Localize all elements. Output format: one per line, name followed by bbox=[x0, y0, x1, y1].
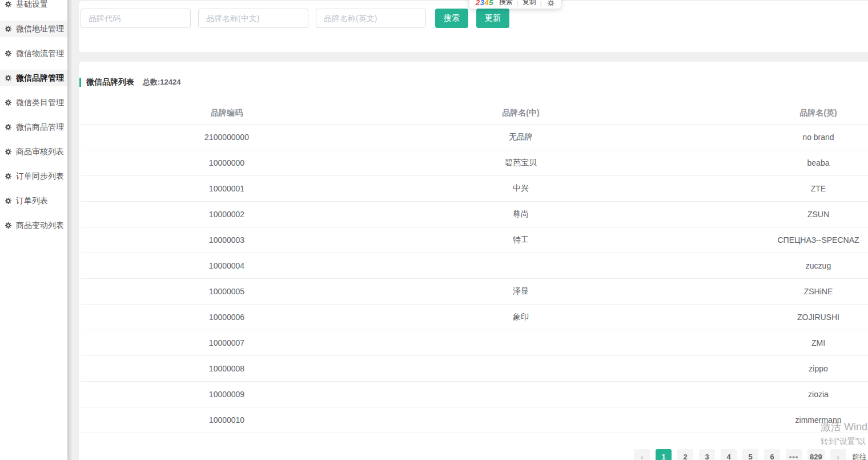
search-card: 搜索 更新 bbox=[79, 1, 868, 52]
brand-name-cn-cell bbox=[372, 330, 669, 355]
pagination-page-1[interactable]: 1 bbox=[656, 449, 672, 460]
pagination-goto-label: 前往 bbox=[852, 449, 867, 460]
search-button[interactable]: 搜索 bbox=[435, 9, 468, 28]
gear-icon bbox=[5, 148, 12, 155]
brand-code-cell: 10000004 bbox=[81, 253, 372, 278]
popup-search-link[interactable]: 搜索 bbox=[499, 0, 513, 7]
sidebar-item-label: 订单列表 bbox=[16, 196, 48, 206]
table-row: 2100000000无品牌no brand bbox=[81, 124, 868, 150]
brand-name-cn-input[interactable] bbox=[198, 9, 308, 28]
pagination-page-4[interactable]: 4 bbox=[721, 449, 737, 460]
gear-icon bbox=[5, 197, 12, 205]
sidebar-item-微信商品管理[interactable]: 微信商品管理 bbox=[0, 119, 67, 135]
title-accent-bar bbox=[79, 78, 81, 87]
gear-icon bbox=[5, 99, 12, 106]
brand-code-input[interactable] bbox=[81, 9, 191, 28]
brand-name-en-cell: ZTE bbox=[669, 175, 868, 201]
pagination-page-3[interactable]: 3 bbox=[699, 449, 715, 460]
sidebar-nav: 基础设置 微信地址管理 微信物流管理 微信品牌管理 微信类目管理 微信商品管理 … bbox=[0, 0, 67, 234]
sidebar-item-商品审核列表[interactable]: 商品审核列表 bbox=[0, 143, 67, 160]
brand-name-en-cell: ZSHiNE bbox=[669, 278, 868, 304]
brand-name-en-cell: zuczug bbox=[669, 253, 868, 278]
brand-name-en-cell: ZOJIRUSHI bbox=[669, 304, 868, 330]
table-row: 10000007ZMI bbox=[81, 330, 868, 355]
table-row: 10000002尊尚ZSUN bbox=[81, 201, 868, 227]
table-row: 10000009ziozia bbox=[81, 381, 868, 407]
table-header-row: 品牌编码 品牌名(中) 品牌名(英) bbox=[81, 103, 868, 124]
brand-code-cell: 10000005 bbox=[81, 278, 372, 304]
brand-name-cn-cell: 特工 bbox=[372, 227, 669, 253]
popup-settings-icon[interactable] bbox=[547, 0, 554, 7]
sidebar-item-label: 微信品牌管理 bbox=[16, 73, 64, 83]
brand-code-cell: 10000006 bbox=[81, 304, 372, 330]
update-button[interactable]: 更新 bbox=[476, 9, 509, 28]
table-row: 10000008zippo bbox=[81, 355, 868, 381]
pagination-page-2[interactable]: 2 bbox=[677, 449, 693, 460]
table-row: 10000000碧芭宝贝beaba bbox=[81, 150, 868, 175]
brand-table: 品牌编码 品牌名(中) 品牌名(英) 2100000000无品牌no brand… bbox=[81, 103, 868, 433]
column-header-brand-code: 品牌编码 bbox=[81, 103, 372, 124]
pagination-page-6[interactable]: 6 bbox=[764, 449, 780, 460]
brand-name-en-cell: no brand bbox=[669, 124, 868, 150]
brand-code-cell: 10000001 bbox=[81, 175, 372, 201]
brand-name-cn-cell: 尊尚 bbox=[372, 201, 669, 227]
table-row: 10000003特工СПЕЦНАЗ--SPECNAZ bbox=[81, 227, 868, 253]
brand-name-en-cell: zippo bbox=[669, 355, 868, 381]
gear-icon bbox=[5, 50, 12, 57]
gear-icon bbox=[5, 25, 12, 33]
sidebar-item-订单列表[interactable]: 订单列表 bbox=[0, 193, 67, 209]
brand-code-cell: 10000010 bbox=[81, 407, 372, 433]
pagination-more-pages[interactable]: ••• bbox=[786, 449, 802, 460]
table-title: 微信品牌列表 bbox=[86, 77, 134, 87]
extension-popup: 2345 搜索 | 复制 | bbox=[469, 0, 561, 9]
brand-code-cell: 10000009 bbox=[81, 381, 372, 407]
sidebar-item-label: 基础设置 bbox=[16, 0, 48, 10]
brand-name-cn-cell: 象印 bbox=[372, 304, 669, 330]
brand-name-cn-cell bbox=[372, 381, 669, 407]
brand-code-cell: 10000007 bbox=[81, 330, 372, 355]
sidebar-scrollbar[interactable] bbox=[67, 0, 72, 460]
popup-copy-link[interactable]: 复制 bbox=[523, 0, 536, 7]
pagination: ‹ 123456•••829› 前往 bbox=[634, 449, 867, 460]
popup-divider: | bbox=[540, 0, 542, 7]
sidebar-item-label: 微信类目管理 bbox=[16, 98, 64, 108]
sidebar-item-label: 商品变动列表 bbox=[16, 221, 64, 231]
sidebar-item-label: 商品审核列表 bbox=[16, 147, 64, 157]
column-header-brand-name-cn: 品牌名(中) bbox=[372, 103, 669, 124]
brand-name-cn-cell bbox=[372, 355, 669, 381]
brand-code-cell: 10000008 bbox=[81, 355, 372, 381]
total-count: 总数:12424 bbox=[143, 77, 180, 87]
sidebar-item-微信地址管理[interactable]: 微信地址管理 bbox=[0, 21, 67, 37]
table-title-block: 微信品牌列表 总数:12424 bbox=[79, 77, 180, 87]
table-row: 10000010zimmermann bbox=[81, 407, 868, 433]
column-header-brand-name-en: 品牌名(英) bbox=[669, 103, 868, 124]
brand-name-cn-cell: 泽显 bbox=[372, 278, 669, 304]
pagination-prev-button[interactable]: ‹ bbox=[634, 449, 650, 460]
gear-icon bbox=[5, 1, 12, 8]
sidebar-item-label: 订单同步列表 bbox=[16, 171, 64, 182]
sidebar-item-label: 微信物流管理 bbox=[16, 49, 64, 59]
sidebar: 基础设置 微信地址管理 微信物流管理 微信品牌管理 微信类目管理 微信商品管理 … bbox=[0, 0, 67, 460]
brand-name-en-cell: СПЕЦНАЗ--SPECNAZ bbox=[669, 227, 868, 253]
gear-icon bbox=[5, 123, 12, 131]
brand-code-cell: 2100000000 bbox=[81, 124, 372, 150]
pagination-next-button[interactable]: › bbox=[830, 449, 846, 460]
gear-icon bbox=[5, 74, 12, 82]
brand-name-cn-cell bbox=[372, 407, 669, 433]
pagination-page-5[interactable]: 5 bbox=[742, 449, 758, 460]
sidebar-item-订单同步列表[interactable]: 订单同步列表 bbox=[0, 168, 67, 185]
sidebar-item-商品变动列表[interactable]: 商品变动列表 bbox=[0, 217, 67, 234]
brand-name-en-cell: ziozia bbox=[669, 381, 868, 407]
sidebar-item-label: 微信商品管理 bbox=[16, 122, 64, 133]
pagination-page-829[interactable]: 829 bbox=[807, 449, 825, 460]
sidebar-item-基础设置[interactable]: 基础设置 bbox=[0, 0, 67, 13]
brand-name-cn-cell bbox=[372, 253, 669, 278]
brand-code-cell: 10000003 bbox=[81, 227, 372, 253]
brand-name-en-cell: zimmermann bbox=[669, 407, 868, 433]
sidebar-item-微信品牌管理[interactable]: 微信品牌管理 bbox=[0, 70, 67, 86]
brand-name-en-input[interactable] bbox=[316, 9, 426, 28]
sidebar-item-微信物流管理[interactable]: 微信物流管理 bbox=[0, 45, 67, 62]
sidebar-item-微信类目管理[interactable]: 微信类目管理 bbox=[0, 94, 67, 111]
gear-icon bbox=[5, 222, 12, 229]
brand-name-cn-cell: 碧芭宝贝 bbox=[372, 150, 669, 175]
